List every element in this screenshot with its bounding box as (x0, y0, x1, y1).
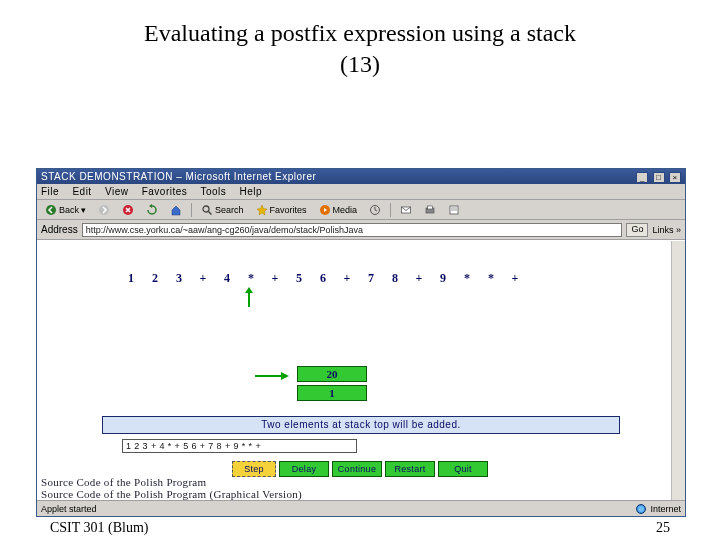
address-input[interactable]: http://www.cse.yorku.ca/~aaw/ang-cg260/j… (82, 223, 623, 237)
token: 3 (175, 271, 183, 286)
menu-view[interactable]: View (105, 186, 129, 197)
window-controls: _ □ × (635, 169, 681, 184)
browser-window: STACK DEMONSTRATION – Microsoft Internet… (36, 168, 686, 517)
mail-button[interactable] (395, 202, 417, 218)
button-row: Step Delay Continue Restart Quit (232, 461, 488, 477)
token: 9 (439, 271, 447, 286)
svg-point-0 (46, 205, 56, 215)
token: + (271, 271, 279, 286)
footer-left: CSIT 301 (Blum) (50, 520, 149, 536)
title-line-2: (13) (340, 51, 380, 77)
svg-line-4 (209, 211, 212, 214)
expression-input[interactable]: 1 2 3 + 4 * + 5 6 + 7 8 + 9 * * + (122, 439, 357, 453)
statusbar: Applet started Internet (37, 500, 685, 516)
minimize-button[interactable]: _ (636, 172, 648, 183)
address-label: Address (41, 224, 78, 235)
slide: Evaluating a postfix expression using a … (0, 18, 720, 540)
slide-title: Evaluating a postfix expression using a … (0, 18, 720, 80)
token: 8 (391, 271, 399, 286)
links-label[interactable]: Links » (652, 225, 681, 235)
step-button[interactable]: Step (232, 461, 276, 477)
go-button[interactable]: Go (626, 223, 648, 237)
chevron-down-icon: ▾ (81, 205, 86, 215)
menu-edit[interactable]: Edit (72, 186, 91, 197)
current-token-arrow-icon (244, 285, 254, 307)
favorites-button[interactable]: Favorites (251, 202, 312, 218)
home-icon (170, 204, 182, 216)
scrollbar[interactable] (671, 241, 685, 500)
globe-icon (636, 504, 646, 514)
token: * (463, 271, 471, 286)
title-line-1: Evaluating a postfix expression using a … (144, 20, 576, 46)
token: 7 (367, 271, 375, 286)
svg-point-1 (99, 205, 109, 215)
print-button[interactable] (419, 202, 441, 218)
delay-button[interactable]: Delay (279, 461, 329, 477)
menu-help[interactable]: Help (240, 186, 263, 197)
close-button[interactable]: × (669, 172, 681, 183)
token: * (487, 271, 495, 286)
window-title: STACK DEMONSTRATION – Microsoft Internet… (41, 169, 316, 184)
token: 2 (151, 271, 159, 286)
token: 4 (223, 271, 231, 286)
token: 5 (295, 271, 303, 286)
print-icon (424, 204, 436, 216)
svg-rect-9 (428, 206, 433, 209)
star-icon (256, 204, 268, 216)
source-link-2[interactable]: Source Code of the Polish Program (Graph… (41, 488, 302, 500)
continue-button[interactable]: Continue (332, 461, 382, 477)
stop-icon (122, 204, 134, 216)
token: + (199, 271, 207, 286)
back-button[interactable]: Back ▾ (40, 202, 91, 218)
menubar: File Edit View Favorites Tools Help (37, 184, 685, 200)
status-left: Applet started (41, 504, 97, 514)
edit-icon (448, 204, 460, 216)
menu-tools[interactable]: Tools (200, 186, 226, 197)
zone-label: Internet (650, 504, 681, 514)
mail-icon (400, 204, 412, 216)
token: 6 (319, 271, 327, 286)
stack-below-cell: 1 (297, 385, 367, 401)
status-message: Two elements at stack top will be added. (102, 416, 620, 434)
footer-right: 25 (656, 520, 670, 536)
source-link-1[interactable]: Source Code of the Polish Program (41, 476, 302, 488)
back-label: Back (59, 205, 79, 215)
search-icon (201, 204, 213, 216)
stop-button[interactable] (117, 202, 139, 218)
edit-button[interactable] (443, 202, 465, 218)
svg-point-3 (203, 206, 209, 212)
token: + (415, 271, 423, 286)
status-right: Internet (636, 504, 681, 514)
go-label: Go (631, 224, 643, 234)
quit-button[interactable]: Quit (438, 461, 488, 477)
stack-push-arrow-icon (255, 371, 289, 383)
token: + (343, 271, 351, 286)
expression-row: 1 2 3 + 4 * + 5 6 + 7 8 + 9 * * + (127, 271, 645, 286)
restart-button[interactable]: Restart (385, 461, 435, 477)
media-label: Media (333, 205, 358, 215)
token: * (247, 271, 255, 286)
menu-file[interactable]: File (41, 186, 59, 197)
toolbar: Back ▾ Search Favorites (37, 200, 685, 220)
maximize-button[interactable]: □ (653, 172, 665, 183)
history-icon (369, 204, 381, 216)
forward-button[interactable] (93, 202, 115, 218)
toolbar-separator (191, 203, 192, 217)
token: + (511, 271, 519, 286)
refresh-icon (146, 204, 158, 216)
media-icon (319, 204, 331, 216)
source-links: Source Code of the Polish Program Source… (41, 476, 302, 500)
history-button[interactable] (364, 202, 386, 218)
refresh-button[interactable] (141, 202, 163, 218)
applet-content: 1 2 3 + 4 * + 5 6 + 7 8 + 9 * * + (37, 240, 685, 500)
search-button[interactable]: Search (196, 202, 249, 218)
home-button[interactable] (165, 202, 187, 218)
back-arrow-icon (45, 204, 57, 216)
toolbar-separator-2 (390, 203, 391, 217)
token: 1 (127, 271, 135, 286)
menu-favorites[interactable]: Favorites (142, 186, 188, 197)
search-label: Search (215, 205, 244, 215)
media-button[interactable]: Media (314, 202, 363, 218)
forward-arrow-icon (98, 204, 110, 216)
window-titlebar: STACK DEMONSTRATION – Microsoft Internet… (37, 169, 685, 184)
